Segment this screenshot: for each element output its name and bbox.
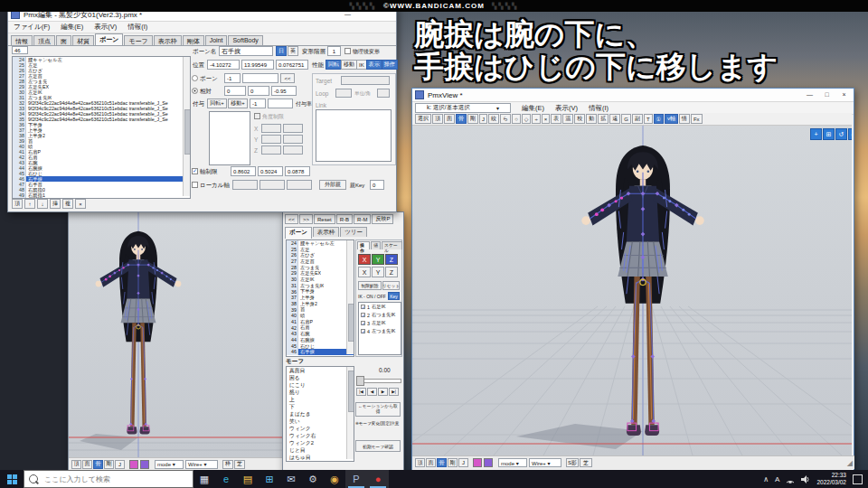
start-button[interactable] bbox=[0, 470, 24, 488]
ik-unit-field[interactable] bbox=[377, 89, 390, 98]
display-mode-button[interactable]: 剛 bbox=[448, 458, 458, 467]
grant-move-button[interactable]: 移動+ bbox=[228, 99, 248, 108]
position-y-field[interactable]: 13.99549 bbox=[241, 60, 274, 70]
view-toolbar-button[interactable]: 面 bbox=[444, 114, 455, 124]
grant-parent-field[interactable]: -1 bbox=[250, 99, 266, 108]
list-edit-button[interactable]: ↑ bbox=[24, 199, 35, 209]
resize-grip[interactable]: ◢ bbox=[847, 459, 853, 467]
view-toolbar-button[interactable]: 校 bbox=[574, 114, 585, 124]
editor-tab[interactable]: 面 bbox=[56, 35, 71, 45]
network-icon[interactable] bbox=[786, 475, 795, 483]
rotate-axis-button[interactable]: X bbox=[358, 254, 371, 265]
morph-list-scrollbar[interactable] bbox=[346, 367, 354, 459]
ime-indicator[interactable]: A bbox=[775, 475, 779, 483]
left-3d-viewport[interactable] bbox=[69, 211, 282, 457]
taskbar-app-icon[interactable]: ◉ bbox=[324, 470, 345, 488]
transform-bone-row[interactable]: 39 首 bbox=[287, 307, 354, 314]
scrollbar-thumb[interactable] bbox=[348, 304, 354, 342]
editor-tab[interactable]: 情報 bbox=[11, 35, 33, 45]
editor-tab[interactable]: 材質 bbox=[72, 35, 94, 45]
viewport-gizmo-button[interactable]: ↺ bbox=[835, 128, 847, 140]
ik-toggle-row[interactable]: ✓ 3 左足IK bbox=[359, 319, 401, 327]
view-toolbar-button[interactable]: G bbox=[621, 114, 631, 124]
taskbar-app-icon[interactable]: e bbox=[215, 470, 237, 488]
ik-target-field[interactable] bbox=[341, 76, 390, 85]
grant-parent-name-field[interactable] bbox=[268, 99, 293, 108]
view-toolbar-button[interactable]: 温 bbox=[562, 114, 573, 124]
view-toolbar-button[interactable]: ら bbox=[500, 114, 511, 124]
transform-header-button[interactable]: R-B bbox=[336, 214, 353, 224]
notification-center-icon[interactable] bbox=[853, 474, 863, 484]
ik-toggle-row[interactable]: ✓ 2 右つま先IK bbox=[359, 311, 401, 319]
view-toolbar-button[interactable]: 剛 bbox=[467, 114, 478, 124]
wire-combo[interactable]: Wire+ ▾ bbox=[185, 460, 218, 469]
transform-bone-row[interactable]: 26 左ひざ bbox=[287, 252, 354, 258]
dest-bone-name-field[interactable] bbox=[242, 73, 278, 83]
taskbar-app-icon[interactable]: P bbox=[345, 470, 367, 488]
view-toolbar-button[interactable]: Fx bbox=[691, 114, 703, 124]
after-physics-checkbox[interactable] bbox=[344, 48, 351, 54]
ik-checkbox[interactable]: ✓ bbox=[361, 329, 365, 333]
morph-row[interactable]: ウィンク bbox=[287, 425, 354, 432]
ik-link-list[interactable] bbox=[209, 111, 250, 165]
display-mode-button[interactable]: 骨 bbox=[437, 458, 447, 467]
axis-x-field[interactable]: 0.8602 bbox=[231, 166, 256, 176]
view-toolbar-button[interactable]: 拡 bbox=[598, 114, 609, 124]
perf-toggle-button[interactable]: 回転 bbox=[326, 60, 342, 70]
en-name-button[interactable]: 英 bbox=[288, 46, 298, 56]
transform-bone-list[interactable]: 24 腰キャンセル左 25 左足 26 左ひざ 27 bbox=[286, 239, 354, 357]
view-toolbar-button[interactable]: 選択 bbox=[415, 114, 431, 124]
rotate-axis-button[interactable]: Z bbox=[385, 254, 398, 265]
view-option-button[interactable]: 芝 bbox=[580, 458, 592, 467]
menu-item[interactable]: 編集(E) bbox=[55, 23, 89, 32]
view-toolbar-button[interactable]: × bbox=[542, 114, 551, 124]
view-option-button[interactable]: S影 bbox=[566, 458, 579, 467]
perf-toggle-button[interactable]: 操作 bbox=[382, 60, 398, 70]
ik-key-button[interactable]: Key bbox=[388, 292, 400, 300]
dest-bone-radio[interactable] bbox=[192, 75, 198, 81]
move-axis-button[interactable]: Y bbox=[372, 267, 384, 277]
dest-relative-radio[interactable] bbox=[192, 88, 198, 94]
view-toolbar-button[interactable]: 絞 bbox=[488, 114, 499, 124]
transform-bone-row[interactable]: 40 頭 bbox=[287, 313, 354, 319]
transform-tab[interactable]: ボーン bbox=[285, 227, 312, 239]
menu-item[interactable]: 情報(I) bbox=[122, 23, 153, 32]
morph-nav-button[interactable]: |◀ bbox=[356, 388, 366, 396]
perf-toggle-button[interactable]: 表示 bbox=[366, 60, 382, 70]
get-from-motion-button[interactable]: ←モーションから取得 bbox=[355, 402, 401, 417]
transform-bone-row[interactable]: 42 右肩 bbox=[287, 325, 354, 332]
wire-combo[interactable]: Wire+ ▾ bbox=[529, 458, 561, 467]
editor-tab[interactable]: 頂点 bbox=[33, 35, 55, 45]
taskbar-app-icon[interactable]: ⊞ bbox=[259, 470, 280, 488]
ik-toggle-list[interactable]: ✓ 1 右足IK ✓ 2 右つま先IK ✓ 3 左足IK bbox=[358, 302, 401, 355]
ik-checkbox[interactable]: ✓ bbox=[361, 321, 365, 325]
list-edit-button[interactable]: × bbox=[75, 199, 86, 209]
editor-tab[interactable]: ボーン bbox=[95, 33, 123, 45]
display-mode-button[interactable]: 面 bbox=[82, 460, 92, 469]
morph-row[interactable]: じと目 bbox=[287, 446, 354, 454]
color-chip[interactable] bbox=[484, 458, 493, 467]
editor-tab[interactable]: 剛体 bbox=[183, 35, 204, 45]
morph-nav-button[interactable]: ▶| bbox=[389, 388, 399, 396]
limit-x-min-field[interactable] bbox=[261, 124, 281, 133]
viewport-gizmo-button[interactable]: ◎ bbox=[848, 128, 852, 140]
taskbar-app-icon[interactable]: ✉ bbox=[280, 470, 302, 488]
view-toolbar-button[interactable]: ◇ bbox=[522, 114, 532, 124]
display-mode-button[interactable]: 頂 bbox=[415, 458, 425, 467]
view-toolbar-button[interactable]: 表 bbox=[551, 114, 561, 124]
fixed-axis-checkbox[interactable]: ✓ bbox=[192, 168, 198, 174]
taskbar-app-icon[interactable]: ▦ bbox=[193, 470, 215, 488]
display-mode-button[interactable]: 面 bbox=[426, 458, 436, 467]
mode-combo[interactable]: mode ▾ bbox=[155, 460, 184, 469]
model-3d-figure[interactable] bbox=[88, 227, 189, 450]
view-toolbar-button[interactable]: J bbox=[479, 114, 487, 124]
layer-field[interactable]: 1 bbox=[327, 46, 341, 56]
view-toolbar-button[interactable]: 骨 bbox=[456, 114, 467, 124]
tray-chevron-icon[interactable]: ∧ bbox=[763, 475, 769, 483]
transform-header-button[interactable]: Reset bbox=[314, 214, 335, 224]
editor-tab[interactable]: SoftBody bbox=[228, 35, 262, 45]
morph-row[interactable]: ウィンク右 bbox=[287, 432, 354, 439]
relative-x-field[interactable]: 0 bbox=[224, 86, 246, 96]
limit-z-max-field[interactable] bbox=[283, 145, 303, 155]
viewport-gizmo-button[interactable]: ⊞ bbox=[823, 128, 835, 140]
